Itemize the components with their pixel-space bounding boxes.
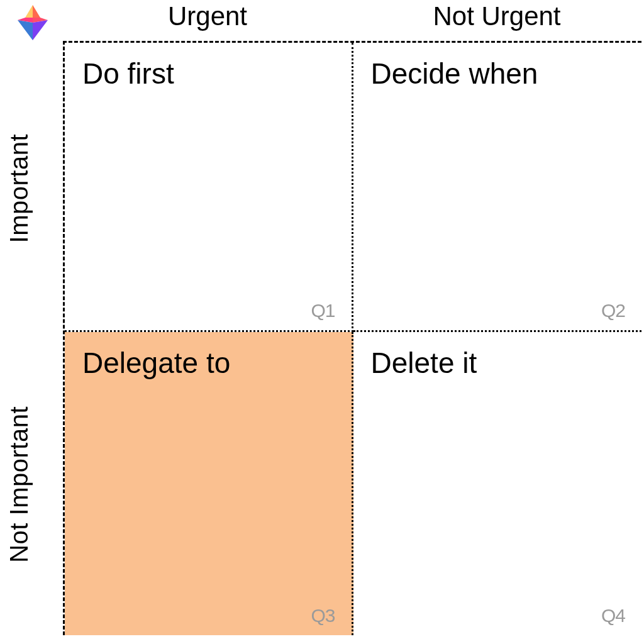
quad-code: Q4 (601, 605, 625, 626)
diamond-logo-icon (18, 5, 48, 40)
quad-title: Delegate to (82, 346, 334, 380)
column-headers: Urgent Not Urgent (63, 0, 641, 38)
quadrant-delegate-to[interactable]: Delegate to Q3 (65, 332, 353, 635)
quadrant-do-first[interactable]: Do first Q1 (65, 43, 353, 332)
svg-marker-0 (25, 5, 33, 18)
quadrant-delete-it[interactable]: Delete it Q4 (353, 332, 642, 635)
quadrant-decide-when[interactable]: Decide when Q2 (353, 43, 642, 332)
quad-title: Decide when (371, 57, 625, 91)
svg-marker-4 (18, 20, 33, 40)
quad-code: Q2 (601, 300, 625, 321)
row-header-not-important: Not Important (0, 333, 38, 635)
svg-marker-1 (33, 5, 40, 18)
quad-code: Q3 (311, 605, 335, 626)
quad-title: Delete it (371, 346, 625, 380)
row-header-important: Important (0, 44, 38, 333)
quad-code: Q1 (311, 300, 335, 321)
svg-marker-5 (33, 20, 48, 40)
col-header-urgent: Urgent (63, 0, 352, 38)
quad-title: Do first (82, 57, 334, 91)
col-header-not-urgent: Not Urgent (352, 0, 641, 38)
eisenhower-matrix: Do first Q1 Decide when Q2 Delegate to Q… (63, 41, 641, 635)
